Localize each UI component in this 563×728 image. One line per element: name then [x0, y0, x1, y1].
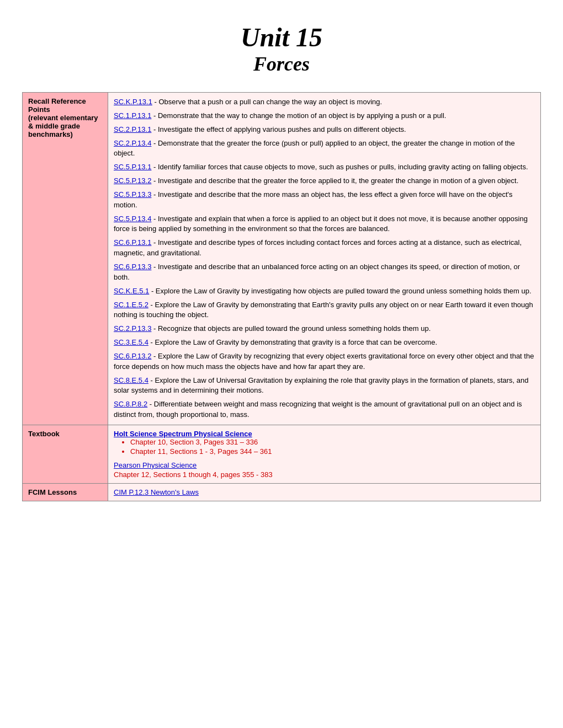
benchmark-description: - Differentiate between weight and mass … [114, 400, 522, 419]
benchmark-link[interactable]: SC.5.P.13.2 [114, 176, 151, 185]
benchmark-description: - Observe that a push or a pull can chan… [152, 98, 382, 106]
benchmark-item: SC.5.P.13.1 - Identify familiar forces t… [114, 162, 535, 173]
row-content: Holt Science Spectrum Physical ScienceCh… [108, 425, 541, 483]
benchmark-description: - Explore the Law of Gravity by demonstr… [148, 338, 437, 346]
benchmark-link[interactable]: SC.8.P.8.2 [114, 400, 147, 408]
page-title: Unit 15 [22, 22, 541, 52]
benchmark-item: SC.2.P.13.3 - Recognize that objects are… [114, 324, 535, 334]
holt-chapters-list: Chapter 10, Section 3, Pages 331 – 336Ch… [114, 438, 535, 456]
table-row: Recall Reference Points (relevant elemen… [23, 93, 541, 425]
pearson-textbook-link[interactable]: Pearson Physical Science [114, 461, 196, 469]
holt-textbook-link[interactable]: Holt Science Spectrum Physical Science [114, 430, 252, 438]
benchmark-item: SC.1.E.5.2 - Explore the Law of Gravity … [114, 300, 535, 321]
benchmark-description: - Recognize that objects are pulled towa… [151, 324, 431, 333]
benchmark-item: SC.1.P.13.1 - Demonstrate that the way t… [114, 111, 535, 121]
benchmark-description: - Demonstrate that the greater the force… [114, 139, 515, 158]
page-subtitle: Forces [22, 52, 541, 76]
benchmark-link[interactable]: SC.5.P.13.4 [114, 215, 151, 223]
pearson-chapters: Chapter 12, Sections 1 though 4, pages 3… [114, 470, 535, 479]
benchmark-item: SC.3.E.5.4 - Explore the Law of Gravity … [114, 338, 535, 348]
benchmark-link[interactable]: SC.6.P.13.2 [114, 352, 151, 360]
benchmark-link[interactable]: SC.5.P.13.1 [114, 163, 151, 171]
benchmark-item: SC.5.P.13.3 - Investigate and describe t… [114, 190, 535, 211]
list-item: Chapter 11, Sections 1 - 3, Pages 344 – … [130, 447, 535, 456]
benchmark-link[interactable]: SC.6.P.13.1 [114, 238, 151, 247]
benchmark-link[interactable]: SC.1.E.5.2 [114, 301, 148, 309]
benchmark-item: SC.2.P.13.1 - Investigate the effect of … [114, 125, 535, 135]
benchmark-description: - Demonstrate that the way to change the… [151, 111, 446, 120]
benchmark-link[interactable]: SC.1.P.13.1 [114, 111, 151, 120]
benchmark-item: SC.8.P.8.2 - Differentiate between weigh… [114, 399, 535, 420]
row-label: FCIM Lessons [23, 483, 108, 501]
benchmark-item: SC.5.P.13.2 - Investigate and describe t… [114, 176, 535, 186]
benchmark-link[interactable]: SC.2.P.13.4 [114, 139, 151, 147]
benchmark-description: - Investigate the effect of applying var… [151, 125, 406, 133]
page-header: Unit 15 Forces [22, 11, 541, 76]
row-content: SC.K.P.13.1 - Observe that a push or a p… [108, 93, 541, 425]
benchmark-description: - Identify familiar forces that cause ob… [151, 163, 528, 171]
benchmark-description: - Explore the Law of Gravity by recogniz… [114, 352, 534, 371]
benchmark-link[interactable]: SC.2.P.13.1 [114, 125, 151, 133]
benchmark-link[interactable]: SC.5.P.13.3 [114, 190, 151, 199]
benchmark-item: SC.6.P.13.2 - Explore the Law of Gravity… [114, 351, 535, 372]
benchmark-link[interactable]: SC.3.E.5.4 [114, 338, 148, 346]
fcim-link[interactable]: CIM P.12.3 Newton's Laws [114, 488, 199, 496]
benchmark-item: SC.6.P.13.1 - Investigate and describe t… [114, 238, 535, 259]
pearson-section: Pearson Physical ScienceChapter 12, Sect… [114, 461, 535, 479]
benchmark-description: - Investigate and describe that the grea… [151, 176, 518, 185]
benchmark-item: SC.2.P.13.4 - Demonstrate that the great… [114, 138, 535, 159]
benchmark-description: - Investigate and explain that when a fo… [114, 215, 528, 233]
benchmark-link[interactable]: SC.K.E.5.1 [114, 287, 149, 295]
row-label: Recall Reference Points (relevant elemen… [23, 93, 108, 425]
benchmark-description: - Explore the Law of Universal Gravitati… [114, 376, 529, 395]
benchmark-item: SC.K.P.13.1 - Observe that a push or a p… [114, 97, 535, 108]
benchmark-item: SC.K.E.5.1 - Explore the Law of Gravity … [114, 286, 535, 297]
benchmark-description: - Investigate and describe types of forc… [114, 238, 522, 257]
benchmark-link[interactable]: SC.2.P.13.3 [114, 324, 151, 333]
list-item: Chapter 10, Section 3, Pages 331 – 336 [130, 438, 535, 446]
benchmark-description: - Explore the Law of Gravity by investig… [149, 287, 531, 295]
holt-section: Holt Science Spectrum Physical ScienceCh… [114, 430, 535, 456]
benchmark-description: - Investigate and describe that the more… [114, 190, 512, 209]
row-label: Textbook [23, 425, 108, 483]
benchmark-item: SC.8.E.5.4 - Explore the Law of Universa… [114, 376, 535, 397]
benchmark-link[interactable]: SC.K.P.13.1 [114, 98, 152, 106]
table-row: FCIM LessonsCIM P.12.3 Newton's Laws [23, 483, 541, 501]
benchmark-description: - Explore the Law of Gravity by demonstr… [114, 301, 533, 319]
benchmark-link[interactable]: SC.6.P.13.3 [114, 263, 151, 271]
benchmark-description: - Investigate and describe that an unbal… [114, 263, 520, 281]
benchmark-link[interactable]: SC.8.E.5.4 [114, 376, 148, 384]
row-content: CIM P.12.3 Newton's Laws [108, 483, 541, 501]
main-table: Recall Reference Points (relevant elemen… [22, 92, 541, 501]
benchmark-item: SC.6.P.13.3 - Investigate and describe t… [114, 262, 535, 283]
benchmark-item: SC.5.P.13.4 - Investigate and explain th… [114, 214, 535, 235]
table-row: TextbookHolt Science Spectrum Physical S… [23, 425, 541, 483]
